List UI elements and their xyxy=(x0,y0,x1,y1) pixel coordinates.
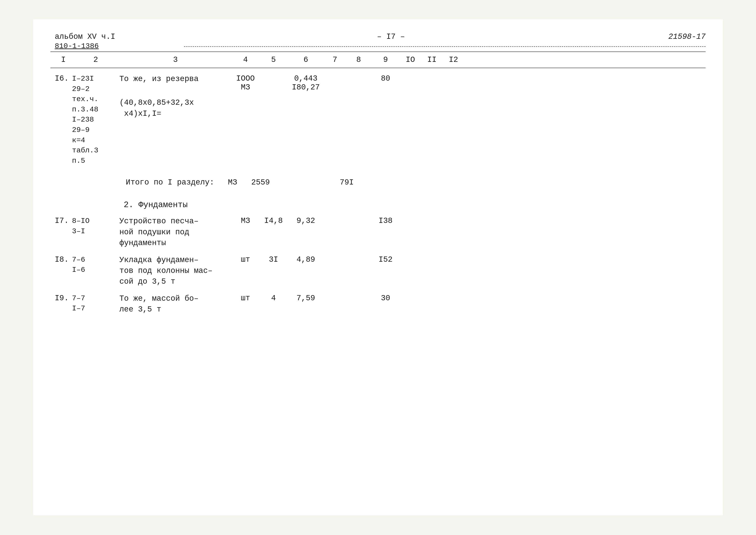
row-unit-16: IOOOМЗ xyxy=(231,74,259,92)
document-page: альбом XV ч.I – I7 – 21598-17 810-1-1386… xyxy=(33,19,723,515)
table-row: I8. 7–6I–6 Укладка фундамен–тов под коло… xyxy=(55,252,706,290)
row-unit-18: шт xyxy=(231,255,259,264)
row-desc-17: Устройство песча–ной подушки подфундамен… xyxy=(120,216,231,248)
row-val7-16 xyxy=(324,74,346,74)
itogo-val9: 79I xyxy=(333,178,361,187)
data-section: I6. I–23I29–2тех.ч.п.3.48I–23829–9к=4таб… xyxy=(50,70,706,318)
row-val7-19 xyxy=(324,294,346,294)
header-subrow: 810-1-1386 xyxy=(50,42,706,50)
col-header-6: 6 xyxy=(287,55,324,64)
row-qty-19: 4 xyxy=(259,294,287,303)
doc-code: 810-1-1386 xyxy=(55,42,184,50)
header-left: альбом XV ч.I xyxy=(55,32,184,41)
col-header-12: I2 xyxy=(443,55,464,64)
row-ref-19: 7–7I–7 xyxy=(72,294,120,314)
row-number-16: I6. xyxy=(55,74,72,83)
row-val8-17 xyxy=(346,216,371,216)
row-ref-17: 8–IO3–I xyxy=(72,216,120,237)
row-qty-17: I4,8 xyxy=(259,216,287,225)
row-qty-18: 3I xyxy=(259,255,287,264)
table-row: I9. 7–7I–7 То же, массой бо–лее 3,5 т шт… xyxy=(55,290,706,318)
row-val8-19 xyxy=(346,294,371,294)
row-unit-17: МЗ xyxy=(231,216,259,225)
row-val7-18 xyxy=(324,255,346,255)
row-number-17: I7. xyxy=(55,216,72,225)
row-desc-16: То же, из резерва (40,8х0,85+32,3х x4)хI… xyxy=(120,74,231,119)
column-headers: I 2 3 4 5 6 7 8 9 IO II I2 xyxy=(50,53,706,67)
itogo-label: Итого по I разделу: xyxy=(59,178,219,187)
section-2-title: 2. Фундаменты xyxy=(120,197,706,213)
row-qty-16 xyxy=(259,74,287,74)
row-val9-19: 30 xyxy=(371,294,399,303)
col-header-7: 7 xyxy=(324,55,346,64)
col-header-11: II xyxy=(421,55,443,64)
col-header-2: 2 xyxy=(72,55,120,64)
row-val6-18: 4,89 xyxy=(287,255,324,264)
row-number-19: I9. xyxy=(55,294,72,303)
row-val6-16: 0,443 I80,27 xyxy=(287,74,324,92)
row-val9-18: I52 xyxy=(371,255,399,264)
itogo-row: Итого по I разделу: МЗ 2559 79I xyxy=(55,175,706,190)
col-header-3: 3 xyxy=(120,55,231,64)
col-header-8: 8 xyxy=(346,55,371,64)
col-header-5: 5 xyxy=(259,55,287,64)
row-ref-18: 7–6I–6 xyxy=(72,255,120,275)
row-ref-16: I–23I29–2тех.ч.п.3.48I–23829–9к=4табл.3п… xyxy=(72,74,120,166)
bottom-col-separator xyxy=(50,68,706,68)
row-val7-17 xyxy=(324,216,346,216)
header-row: альбом XV ч.I – I7 – 21598-17 xyxy=(50,32,706,41)
row-val9-17: I38 xyxy=(371,216,399,225)
album-title: альбом XV ч.I xyxy=(55,32,115,41)
top-separator xyxy=(50,51,706,52)
col-header-10: IO xyxy=(399,55,421,64)
row-val8-16 xyxy=(346,74,371,74)
page-number: – I7 – xyxy=(184,32,598,41)
table-row: I7. 8–IO3–I Устройство песча–ной подушки… xyxy=(55,213,706,252)
row-desc-19: То же, массой бо–лее 3,5 т xyxy=(120,294,231,315)
document-number: 21598-17 xyxy=(598,32,706,41)
col-header-9: 9 xyxy=(371,55,399,64)
row-val6-19: 7,59 xyxy=(287,294,324,303)
col-header-4: 4 xyxy=(231,55,259,64)
itogo-qty: 2559 xyxy=(247,178,275,187)
itogo-unit: МЗ xyxy=(219,178,247,187)
row-desc-18: Укладка фундамен–тов под колонны мас–сой… xyxy=(120,255,231,287)
table-row: I6. I–23I29–2тех.ч.п.3.48I–23829–9к=4таб… xyxy=(55,70,706,168)
dashed-separator xyxy=(184,46,706,47)
row-val6-17: 9,32 xyxy=(287,216,324,225)
row-val9-16: 80 xyxy=(371,74,399,83)
row-unit-19: шт xyxy=(231,294,259,303)
row-number-18: I8. xyxy=(55,255,72,264)
col-header-1: I xyxy=(55,55,72,64)
row-val8-18 xyxy=(346,255,371,255)
